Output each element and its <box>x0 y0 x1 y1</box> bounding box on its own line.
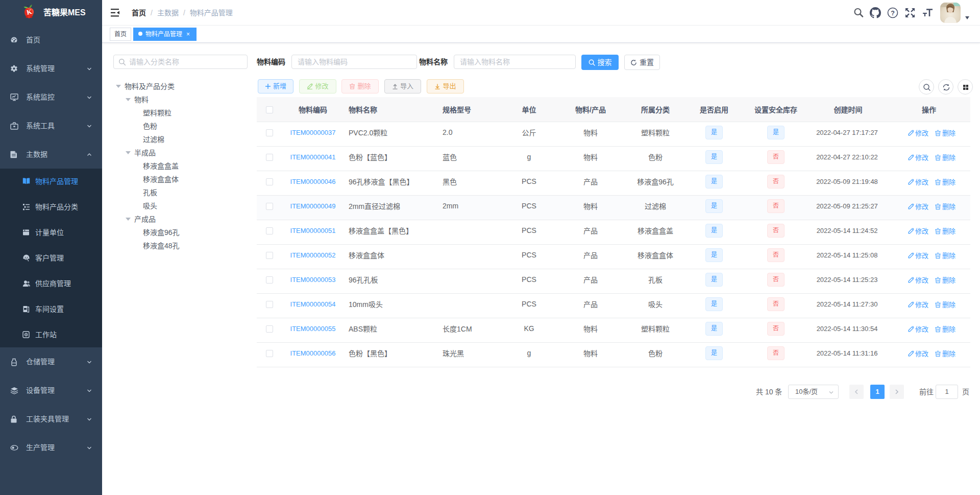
svg-text:?: ? <box>891 10 895 17</box>
